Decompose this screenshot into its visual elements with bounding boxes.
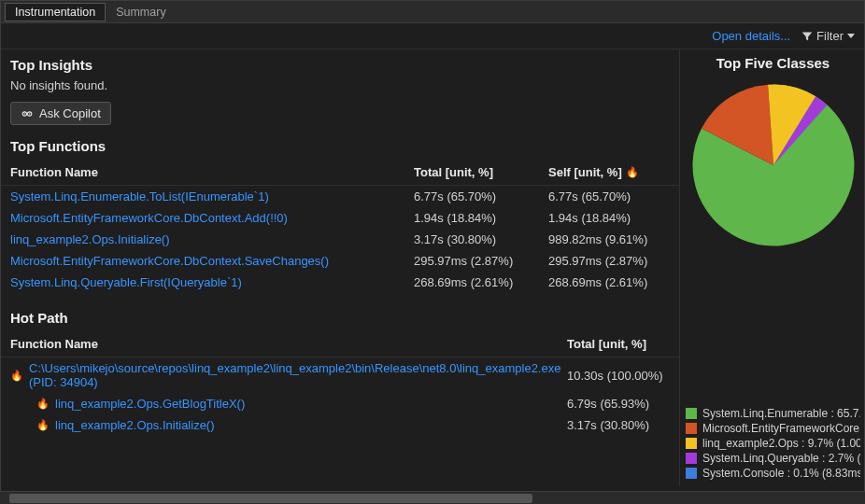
hot-path-row[interactable]: 🔥 linq_example2.Ops.Initialize() 3.17s (… xyxy=(1,414,679,436)
ask-copilot-label: Ask Copilot xyxy=(39,106,101,120)
toolbar: Open details... Filter xyxy=(1,23,864,49)
flame-icon: 🔥 xyxy=(36,398,50,410)
col-self[interactable]: Self [unit, %] 🔥 xyxy=(548,165,670,179)
total-value: 10.30s (100.00%) xyxy=(567,369,670,383)
total-value: 3.17s (30.80%) xyxy=(567,418,670,432)
legend-item[interactable]: System.Console : 0.1% (8.83ms) xyxy=(686,466,860,481)
chevron-down-icon xyxy=(847,34,855,38)
self-value: 989.82ms (9.61%) xyxy=(548,232,670,246)
flame-icon: 🔥 xyxy=(36,419,50,431)
hot-path-header: Function Name Total [unit, %] xyxy=(1,331,679,357)
legend-swatch xyxy=(686,408,697,419)
function-link[interactable]: linq_example2.Ops.Initialize() xyxy=(55,418,561,432)
pie-chart[interactable] xyxy=(687,78,860,252)
function-link[interactable]: linq_example2.Ops.Initialize() xyxy=(10,232,410,246)
function-link[interactable]: linq_example2.Ops.GetBlogTitleX() xyxy=(55,397,561,411)
legend-item[interactable]: Microsoft.EntityFrameworkCore... xyxy=(686,421,860,436)
legend-item[interactable]: System.Linq.Enumerable : 65.7... xyxy=(686,406,860,421)
self-value: 1.94s (18.84%) xyxy=(548,211,670,225)
self-value: 295.97ms (2.87%) xyxy=(548,254,670,268)
horizontal-scrollbar[interactable] xyxy=(0,491,865,504)
pie-title: Top Five Classes xyxy=(686,53,860,75)
total-value: 3.17s (30.80%) xyxy=(414,232,545,246)
table-row[interactable]: System.Linq.Enumerable.ToList(IEnumerabl… xyxy=(1,186,679,207)
legend-label: linq_example2.Ops : 9.7% (1.00s) xyxy=(702,437,860,450)
flame-icon: 🔥 xyxy=(626,166,639,178)
table-row[interactable]: linq_example2.Ops.Initialize() 3.17s (30… xyxy=(1,229,679,250)
col-total[interactable]: Total [unit, %] xyxy=(414,165,545,179)
pie-legend: System.Linq.Enumerable : 65.7... Microso… xyxy=(686,406,860,481)
svg-point-3 xyxy=(29,113,30,114)
total-value: 295.97ms (2.87%) xyxy=(414,254,545,268)
ask-copilot-button[interactable]: Ask Copilot xyxy=(10,102,111,125)
legend-swatch xyxy=(686,453,697,464)
legend-label: System.Console : 0.1% (8.83ms) xyxy=(702,467,860,480)
col-self-label: Self [unit, %] xyxy=(548,165,622,179)
function-link[interactable]: Microsoft.EntityFrameworkCore.DbContext.… xyxy=(10,211,410,225)
legend-label: System.Linq.Queryable : 2.7% (... xyxy=(702,452,860,465)
top-functions-title: Top Functions xyxy=(1,134,679,160)
table-row[interactable]: System.Linq.Queryable.First(IQueryable`1… xyxy=(1,272,679,293)
legend-item[interactable]: System.Linq.Queryable : 2.7% (... xyxy=(686,451,860,466)
legend-item[interactable]: linq_example2.Ops : 9.7% (1.00s) xyxy=(686,436,860,451)
col-function-name[interactable]: Function Name xyxy=(10,337,567,351)
col-total[interactable]: Total [unit, %] xyxy=(567,337,670,351)
flame-icon: 🔥 xyxy=(10,370,23,382)
total-value: 268.69ms (2.61%) xyxy=(414,275,545,289)
table-row[interactable]: Microsoft.EntityFrameworkCore.DbContext.… xyxy=(1,207,679,229)
left-column: Top Insights No insights found. Ask Copi… xyxy=(1,49,679,486)
legend-swatch xyxy=(686,438,697,449)
copilot-icon xyxy=(21,107,34,120)
no-insights-text: No insights found. xyxy=(1,78,679,102)
top-insights-title: Top Insights xyxy=(1,53,679,78)
top-functions-header: Function Name Total [unit, %] Self [unit… xyxy=(1,160,679,186)
scrollbar-thumb[interactable] xyxy=(9,494,532,503)
legend-label: Microsoft.EntityFrameworkCore... xyxy=(702,422,860,435)
hot-path-row[interactable]: 🔥 linq_example2.Ops.GetBlogTitleX() 6.79… xyxy=(1,393,679,414)
legend-label: System.Linq.Enumerable : 65.7... xyxy=(702,407,860,420)
legend-swatch xyxy=(686,468,697,479)
main-content: Top Insights No insights found. Ask Copi… xyxy=(1,49,864,486)
function-link[interactable]: Microsoft.EntityFrameworkCore.DbContext.… xyxy=(10,254,410,268)
svg-point-2 xyxy=(24,113,25,114)
col-function-name[interactable]: Function Name xyxy=(10,165,410,179)
table-row[interactable]: Microsoft.EntityFrameworkCore.DbContext.… xyxy=(1,250,679,272)
hot-path-title: Hot Path xyxy=(1,306,679,331)
filter-button[interactable]: Filter xyxy=(801,29,855,43)
self-value: 6.77s (65.70%) xyxy=(548,189,670,203)
tab-summary[interactable]: Summary xyxy=(106,3,176,21)
right-column: Top Five Classes xyxy=(679,49,864,486)
open-details-link[interactable]: Open details... xyxy=(712,29,790,43)
filter-icon xyxy=(801,31,813,42)
filter-label: Filter xyxy=(816,29,844,43)
tab-instrumentation[interactable]: Instrumentation xyxy=(5,3,106,21)
total-value: 6.79s (65.93%) xyxy=(567,397,670,411)
total-value: 1.94s (18.84%) xyxy=(414,211,545,225)
function-link[interactable]: System.Linq.Enumerable.ToList(IEnumerabl… xyxy=(10,189,410,203)
legend-swatch xyxy=(686,423,697,434)
function-link[interactable]: C:\Users\mikejo\source\repos\linq_exampl… xyxy=(29,361,561,389)
function-link[interactable]: System.Linq.Queryable.First(IQueryable`1… xyxy=(10,275,410,289)
total-value: 6.77s (65.70%) xyxy=(414,189,545,203)
self-value: 268.69ms (2.61%) xyxy=(548,275,670,289)
hot-path-row[interactable]: 🔥 C:\Users\mikejo\source\repos\linq_exam… xyxy=(1,357,679,393)
tab-bar: Instrumentation Summary xyxy=(1,1,864,23)
